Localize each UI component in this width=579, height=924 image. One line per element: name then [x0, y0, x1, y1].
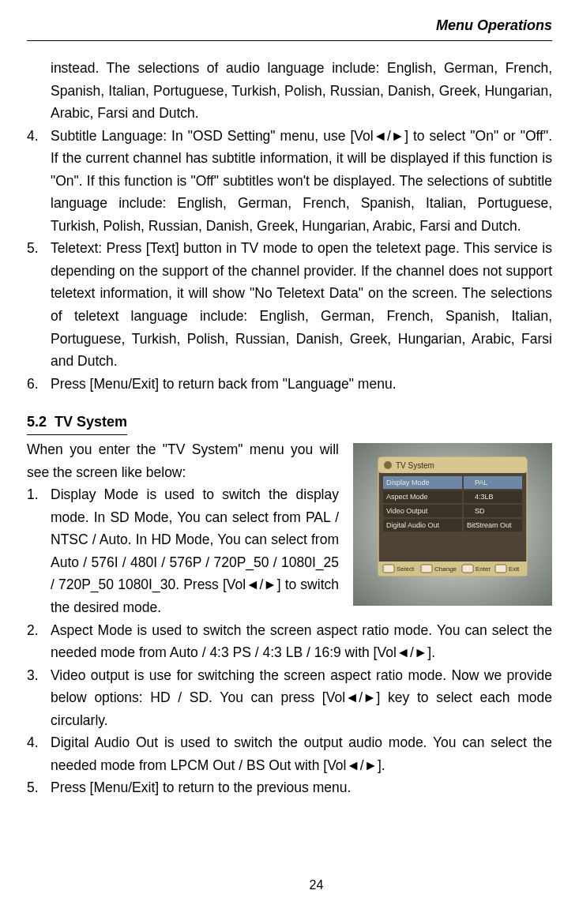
page-content: instead. The selections of audio languag… [27, 57, 552, 798]
screenshot-row-label: Digital Audio Out [386, 521, 440, 529]
screenshot-row-value: PAL [475, 479, 487, 486]
screenshot-row-value: BitStream Out [467, 521, 512, 529]
list-item: 5. Press [Menu/Exit] to return to the pr… [27, 776, 552, 799]
tv-system-screenshot: TV System Display Mode PAL Aspect Mode 4… [353, 443, 552, 606]
section-number: 5.2 [27, 414, 47, 430]
item-number: 6. [27, 373, 51, 396]
screenshot-footer-exit: Exit [509, 565, 520, 573]
item-text: Teletext: Press [Text] button in TV mode… [51, 237, 552, 372]
header-rule [27, 40, 552, 41]
item-number: 5. [27, 237, 51, 372]
svg-rect-14 [383, 565, 394, 573]
item-text: Aspect Mode is used to switch the screen… [51, 619, 552, 664]
svg-rect-10 [464, 505, 522, 517]
screenshot-title: TV System [396, 461, 434, 470]
item-number: 4. [27, 731, 51, 776]
screenshot-footer-enter: Enter [476, 565, 491, 573]
tv-system-intro: When you enter the "TV System" menu you … [27, 438, 339, 483]
screenshot-row-label: Video Output [386, 507, 428, 515]
section-title: TV System [55, 414, 127, 430]
item-text: Press [Menu/Exit] to return back from "L… [51, 373, 552, 396]
list-item: 1. Display Mode is used to switch the di… [27, 483, 339, 618]
screenshot-row-label: Aspect Mode [386, 493, 428, 501]
page-header-title: Menu Operations [27, 14, 552, 37]
svg-rect-16 [462, 565, 473, 573]
item-text: Video output is use for switching the sc… [51, 664, 552, 732]
screenshot-footer-select: Select [397, 565, 415, 573]
list-item: 2. Aspect Mode is used to switch the scr… [27, 619, 552, 664]
continuation-paragraph: instead. The selections of audio languag… [51, 57, 552, 125]
section-heading: 5.2 TV System [27, 411, 127, 435]
screenshot-row-value: 4:3LB [475, 493, 494, 501]
list-item: 4. Subtitle Language: In "OSD Setting" m… [27, 125, 552, 238]
tv-list-fullwidth: 2. Aspect Mode is used to switch the scr… [27, 619, 552, 799]
svg-rect-17 [495, 565, 506, 573]
page-number: 24 [27, 875, 579, 896]
item-text: Digital Audio Out is used to switch the … [51, 731, 552, 776]
screenshot-footer-change: Change [434, 565, 457, 573]
list-item: 5. Teletext: Press [Text] button in TV m… [27, 237, 552, 372]
screenshot-row-value: SD [475, 507, 485, 515]
item-text: Subtitle Language: In "OSD Setting" menu… [51, 125, 552, 238]
item-text: Press [Menu/Exit] to return to the previ… [51, 776, 552, 799]
svg-point-4 [384, 461, 392, 469]
item-text: Display Mode is used to switch the displ… [51, 483, 339, 618]
svg-rect-6 [464, 476, 522, 489]
item-number: 4. [27, 125, 51, 238]
tv-list-wrapped: 1. Display Mode is used to switch the di… [27, 483, 339, 618]
item-number: 3. [27, 664, 51, 732]
upper-numbered-list: 4. Subtitle Language: In "OSD Setting" m… [27, 125, 552, 395]
item-number: 5. [27, 776, 51, 799]
tv-system-row: When you enter the "TV System" menu you … [27, 438, 552, 618]
list-item: 6. Press [Menu/Exit] to return back from… [27, 373, 552, 396]
list-item: 3. Video output is use for switching the… [27, 664, 552, 732]
item-number: 2. [27, 619, 51, 664]
item-number: 1. [27, 483, 51, 618]
tv-system-text-column: When you enter the "TV System" menu you … [27, 438, 339, 618]
list-item: 4. Digital Audio Out is used to switch t… [27, 731, 552, 776]
svg-rect-15 [421, 565, 432, 573]
screenshot-row-label: Display Mode [386, 479, 430, 486]
screenshot-svg: TV System Display Mode PAL Aspect Mode 4… [353, 443, 552, 606]
